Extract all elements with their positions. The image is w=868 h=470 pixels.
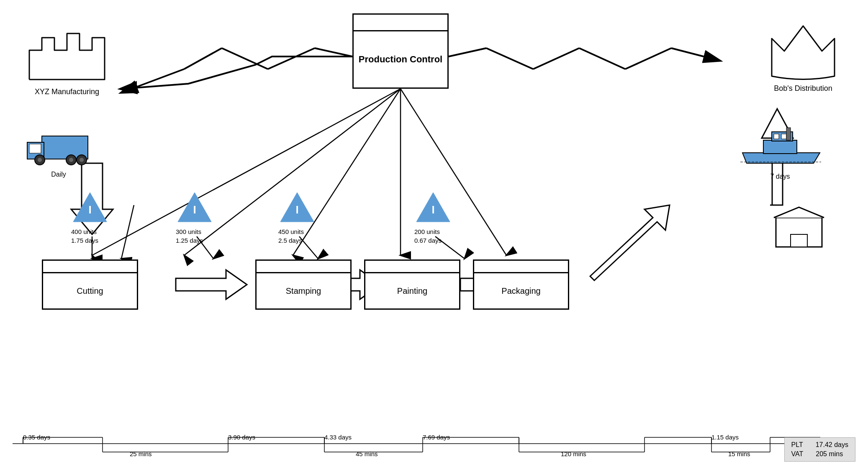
svg-point-71 xyxy=(69,158,73,162)
inventory-2: I 300 units 1.25 days xyxy=(176,190,213,245)
inv-triangle-1-svg: I xyxy=(71,190,109,224)
svg-marker-24 xyxy=(176,270,247,299)
painting-label: Painting xyxy=(397,286,427,296)
plt-value: 17.42 days xyxy=(816,441,848,449)
svg-line-23 xyxy=(121,205,134,259)
svg-line-9 xyxy=(134,69,184,88)
svg-text:I: I xyxy=(193,203,196,216)
stamping-body: Stamping xyxy=(257,273,350,308)
truck-label: Daily xyxy=(25,171,92,178)
svg-marker-30 xyxy=(590,205,670,280)
cutting-process: Cutting xyxy=(42,259,138,310)
cutting-header xyxy=(43,261,137,273)
inventory-4: I 200 units 0.67 days xyxy=(414,190,452,245)
production-control-box: Production Control xyxy=(352,13,449,89)
svg-line-15 xyxy=(671,48,720,61)
svg-rect-78 xyxy=(786,128,791,140)
plt-label: PLT xyxy=(791,441,803,449)
vat-value: 205 mins xyxy=(816,450,843,458)
inventory-3: I 450 units 2.5 days xyxy=(278,190,316,245)
svg-rect-67 xyxy=(29,144,41,153)
svg-rect-74 xyxy=(763,140,797,154)
delay-4: 1.15 days xyxy=(711,434,739,441)
diagram-container: Production Control XYZ Manufacturing Bob… xyxy=(0,0,868,470)
inv-triangle-3-svg: I xyxy=(278,190,316,224)
painting-body: Painting xyxy=(365,273,459,308)
ship-icon: 7 days xyxy=(738,123,822,180)
summary-box: PLT 17.42 days VAT 205 mins xyxy=(784,437,855,462)
packaging-label: Packaging xyxy=(501,286,540,296)
stamping-header xyxy=(257,261,350,273)
inv-triangle-4-svg: I xyxy=(414,190,452,224)
cutting-label: Cutting xyxy=(77,286,103,296)
inv-label-4: 200 units 0.67 days xyxy=(414,227,452,245)
truck-icon: Daily xyxy=(25,130,92,178)
svg-line-17 xyxy=(92,89,401,255)
packaging-header xyxy=(474,261,568,273)
svg-line-5 xyxy=(315,48,352,57)
svg-rect-77 xyxy=(781,134,786,139)
stamping-label: Stamping xyxy=(286,286,321,296)
prod-control-label: Production Control xyxy=(359,54,442,66)
bobs-distribution: Bob's Distribution xyxy=(763,13,843,93)
svg-text:I: I xyxy=(88,203,91,216)
proc-time-3: 15 mins xyxy=(728,450,750,457)
delay-1: 3.90 days xyxy=(228,434,255,441)
warehouse-svg xyxy=(772,205,826,251)
painting-header xyxy=(365,261,459,273)
vat-label: VAT xyxy=(791,450,804,458)
stamping-process: Stamping xyxy=(255,259,352,310)
xyz-label: XYZ Manufacturing xyxy=(25,87,109,96)
svg-line-13 xyxy=(579,48,625,69)
painting-process: Painting xyxy=(364,259,460,310)
svg-text:I: I xyxy=(431,203,434,216)
bobs-icon xyxy=(763,13,843,80)
svg-line-7 xyxy=(222,48,268,69)
delay-2: 4.33 days xyxy=(324,434,352,441)
inv-label-3: 450 units 2.5 days xyxy=(278,227,316,245)
svg-line-12 xyxy=(533,48,579,69)
svg-line-14 xyxy=(625,48,671,69)
svg-rect-76 xyxy=(774,134,779,139)
packaging-body: Packaging xyxy=(474,273,568,308)
svg-line-6 xyxy=(268,48,315,69)
ship-svg xyxy=(738,123,822,170)
inv-triangle-2-svg: I xyxy=(176,190,213,224)
svg-line-11 xyxy=(486,48,533,69)
inv-label-1: 400 units 1.75 days xyxy=(71,227,109,245)
svg-point-69 xyxy=(38,158,42,162)
prod-control-header xyxy=(354,15,447,31)
delay-3: 7.69 days xyxy=(423,434,450,441)
inv-label-2: 300 units 1.25 days xyxy=(176,227,213,245)
cutting-body: Cutting xyxy=(43,273,137,308)
warehouse-icon xyxy=(772,205,826,253)
svg-point-73 xyxy=(80,158,84,162)
proc-time-2: 120 mins xyxy=(561,450,586,457)
svg-line-8 xyxy=(184,48,222,69)
factory-icon xyxy=(25,25,109,84)
inventory-1: I 400 units 1.75 days xyxy=(71,190,109,245)
prod-control-body: Production Control xyxy=(354,31,447,87)
svg-line-10 xyxy=(449,48,486,57)
xyz-manufacturing: XYZ Manufacturing xyxy=(25,25,109,96)
ship-label: 7 days xyxy=(738,173,822,180)
bobs-label: Bob's Distribution xyxy=(763,84,843,93)
packaging-process: Packaging xyxy=(473,259,569,310)
proc-time-0: 25 mins xyxy=(130,450,152,457)
truck-svg xyxy=(25,130,92,167)
svg-text:I: I xyxy=(295,203,298,216)
svg-rect-81 xyxy=(791,234,807,247)
proc-time-1: 45 mins xyxy=(356,450,378,457)
delay-0: 0.35 days xyxy=(23,434,50,441)
